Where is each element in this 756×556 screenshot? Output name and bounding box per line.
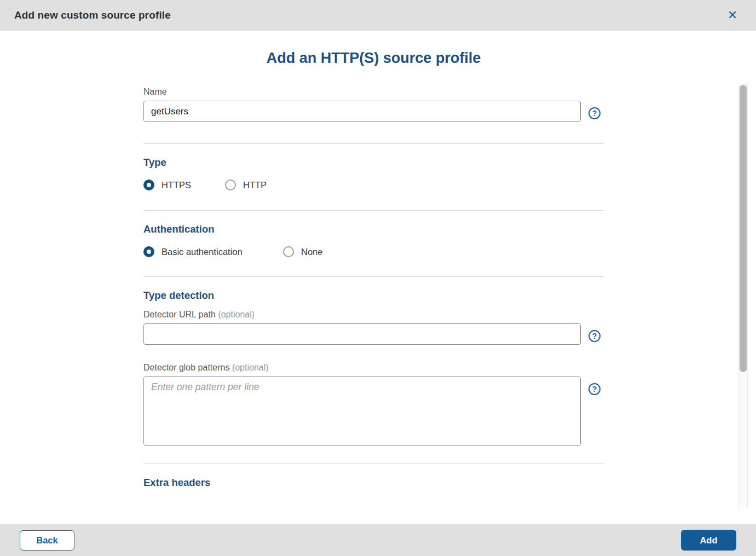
radio-none-auth[interactable]: None (283, 246, 322, 257)
optional-hint: (optional) (218, 310, 255, 319)
name-label: Name (143, 86, 604, 97)
dialog-footer: Back Add (0, 524, 756, 556)
detector-glob-patterns-label: Detector glob patterns (optional) (143, 362, 604, 373)
detector-glob-patterns-textarea[interactable] (143, 376, 581, 446)
detector-url-path-label-text: Detector URL path (143, 310, 216, 319)
dialog-body: Add an HTTP(S) source profile Name ? Typ… (0, 31, 756, 524)
detector-url-path-help-icon[interactable]: ? (588, 330, 601, 342)
radio-none-auth-label: None (301, 247, 322, 257)
page-title: Add an HTTP(S) source profile (143, 49, 604, 67)
add-button[interactable]: Add (681, 530, 736, 551)
radio-http[interactable]: HTTP (225, 179, 267, 190)
radio-button-icon[interactable] (143, 179, 154, 190)
name-input[interactable] (143, 101, 581, 122)
detector-url-path-label: Detector URL path (optional) (143, 309, 604, 320)
radio-https[interactable]: HTTPS (143, 179, 225, 190)
radio-button-icon[interactable] (143, 246, 154, 257)
radio-basic-auth-label: Basic authentication (161, 247, 243, 257)
divider (143, 143, 604, 144)
type-detection-heading: Type detection (143, 289, 604, 302)
auth-section-heading: Authentication (143, 223, 604, 235)
name-help-icon[interactable]: ? (588, 107, 601, 119)
scrollbar-track[interactable] (738, 82, 748, 509)
detector-glob-patterns-help-icon[interactable]: ? (588, 383, 601, 395)
divider (143, 276, 604, 277)
radio-https-label: HTTPS (161, 180, 191, 190)
dialog-titlebar: Add new custom source profile ✕ (0, 0, 756, 31)
divider (143, 210, 604, 211)
type-radio-group: HTTPS HTTP (143, 178, 604, 192)
detector-glob-patterns-label-text: Detector glob patterns (143, 363, 229, 372)
radio-basic-auth[interactable]: Basic authentication (143, 246, 283, 257)
scrollbar-thumb[interactable] (740, 85, 747, 372)
radio-button-icon[interactable] (283, 246, 294, 257)
divider (143, 463, 604, 464)
radio-button-icon[interactable] (225, 179, 236, 190)
extra-headers-heading: Extra headers (143, 476, 604, 489)
auth-radio-group: Basic authentication None (143, 245, 604, 258)
back-button[interactable]: Back (20, 530, 74, 551)
detector-url-path-input[interactable] (143, 323, 581, 345)
dialog-title: Add new custom source profile (14, 9, 171, 21)
radio-http-label: HTTP (243, 180, 267, 190)
type-section-heading: Type (143, 156, 604, 169)
close-icon[interactable]: ✕ (723, 6, 742, 25)
optional-hint: (optional) (232, 363, 269, 372)
